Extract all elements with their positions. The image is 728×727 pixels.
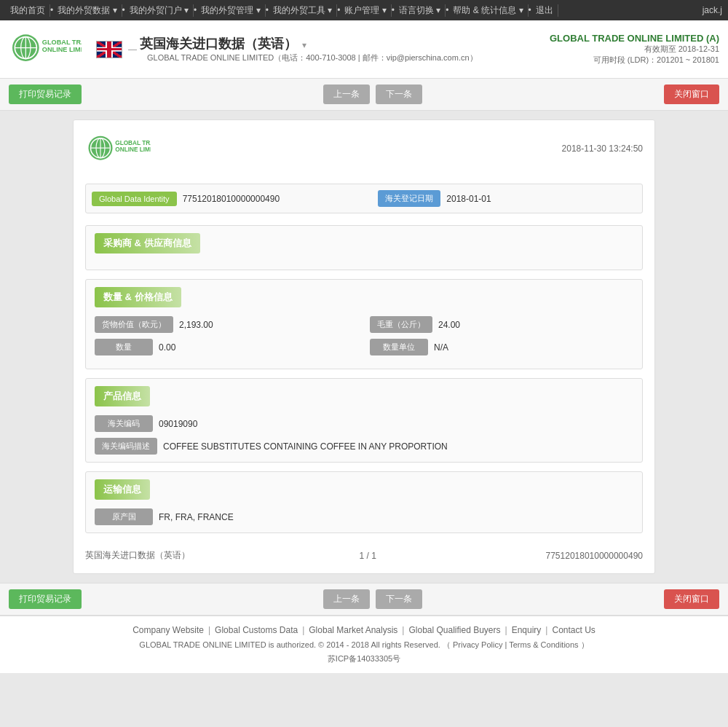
nav-foreign-manage-arrow: ▾ xyxy=(256,5,261,15)
company-logo: GLOBAL TRADE ONLINE LIMITED xyxy=(9,30,82,68)
gross-weight-col: 毛重（公斤） 24.00 xyxy=(370,316,633,333)
nav-home[interactable]: 我的首页 xyxy=(6,4,50,17)
quantity-label: 数量 xyxy=(95,339,153,355)
site-title-arrow[interactable]: ▾ xyxy=(302,40,306,50)
nav-language-arrow: ▾ xyxy=(436,5,440,15)
footer-links: Company Website | Global Customs Data | … xyxy=(9,625,719,635)
origin-value: FR, FRA, FRANCE xyxy=(159,512,633,522)
customs-desc-row: 海关编码描述 COFFEE SUBSTITUTES CONTAINING COF… xyxy=(95,438,633,455)
footer-enquiry-link[interactable]: Enquiry xyxy=(512,625,542,635)
footer-global-customs-link[interactable]: Global Customs Data xyxy=(215,625,298,635)
nav-account[interactable]: 账户管理 ▾ xyxy=(340,4,391,17)
quantity-price-section: 数量 & 价格信息 货物价值（欧元） 2,193.00 毛重（公斤） 24.00… xyxy=(85,279,643,369)
terms-conditions-link[interactable]: Terms & Conditions xyxy=(509,640,578,649)
quantity-unit-col: 数量单位 N/A xyxy=(370,339,633,355)
site-title-section: 英国海关进口数据（英语） ▾ GLOBAL TRADE ONLINE LIMIT… xyxy=(140,35,478,63)
footer-id: 77512018010000000490 xyxy=(546,551,643,561)
bottom-action-bar: 打印贸易记录 上一条 下一条 关闭窗口 xyxy=(0,583,728,616)
origin-row: 原产国 FR, FRA, FRANCE xyxy=(95,508,633,525)
footer-source: 英国海关进口数据（英语） xyxy=(85,549,190,562)
nav-foreign-manage[interactable]: 我的外贸管理 ▾ xyxy=(197,4,265,17)
nav-foreign-data[interactable]: 我的外贸数据 ▾ xyxy=(53,4,122,17)
footer-market-analysis-link[interactable]: Global Market Analysis xyxy=(309,625,397,635)
company-name: GLOBAL TRADE ONLINE LIMITED (A) xyxy=(550,33,719,44)
customs-date-label: 海关登记日期 xyxy=(378,190,440,207)
next-button-bottom[interactable]: 下一条 xyxy=(376,589,422,609)
goods-gross-row: 货物价值（欧元） 2,193.00 毛重（公斤） 24.00 xyxy=(95,316,633,333)
flag-section: — xyxy=(96,41,140,58)
header-contact: GLOBAL TRADE ONLINE LIMITED（电话：400-710-3… xyxy=(147,52,478,63)
svg-text:GLOBAL TRADE: GLOBAL TRADE xyxy=(42,39,82,46)
ldr-text: 可用时段 (LDR)：201201 ~ 201801 xyxy=(550,55,719,66)
nav-foreign-data-arrow: ▾ xyxy=(113,5,117,15)
svg-text:ONLINE LIMITED: ONLINE LIMITED xyxy=(115,146,151,153)
card-logo: GLOBAL TRADE ONLINE LIMITED xyxy=(85,132,151,165)
top-navigation: 我的首页 • 我的外贸数据 ▾ • 我的外贸门户 ▾ • 我的外贸管理 ▾ • … xyxy=(0,0,728,20)
header-bar: GLOBAL TRADE ONLINE LIMITED — 英国海关进口数据（英… xyxy=(0,20,728,79)
nav-help[interactable]: 帮助 & 统计信息 ▾ xyxy=(448,4,528,17)
prev-button[interactable]: 上一条 xyxy=(323,85,370,104)
quantity-col: 数量 0.00 xyxy=(95,339,358,355)
copyright-end: ） xyxy=(581,640,589,649)
global-data-identity-label: Global Data Identity xyxy=(92,192,177,206)
quantity-value: 0.00 xyxy=(159,342,358,353)
footer-sep-1: | xyxy=(208,625,210,635)
record-card: GLOBAL TRADE ONLINE LIMITED 2018-11-30 1… xyxy=(73,119,655,574)
uk-flag-icon xyxy=(96,41,122,58)
print-record-button-bottom[interactable]: 打印贸易记录 xyxy=(9,589,82,609)
quantity-unit-label: 数量单位 xyxy=(370,339,428,355)
close-button-bottom[interactable]: 关闭窗口 xyxy=(664,589,719,609)
buyer-supplier-header: 采购商 & 供应商信息 xyxy=(95,233,200,254)
nav-help-arrow: ▾ xyxy=(519,5,523,15)
quantity-price-header: 数量 & 价格信息 xyxy=(95,287,181,307)
copyright-text: GLOBAL TRADE ONLINE LIMITED is authorize… xyxy=(139,640,451,649)
bottom-nav-buttons: 上一条 下一条 xyxy=(323,589,422,609)
footer-qualified-buyers-link[interactable]: Global Qualified Buyers xyxy=(408,625,500,635)
prev-button-bottom[interactable]: 上一条 xyxy=(323,589,370,609)
print-record-button[interactable]: 打印贸易记录 xyxy=(9,85,82,104)
footer-sep-3: | xyxy=(402,625,404,635)
nav-foreign-client[interactable]: 我的外贸门户 ▾ xyxy=(125,4,194,17)
record-timestamp: 2018-11-30 13:24:50 xyxy=(562,144,643,154)
footer-company-website-link[interactable]: Company Website xyxy=(132,625,204,635)
validity-text: 有效期至 2018-12-31 xyxy=(550,44,719,55)
nav-logout[interactable]: 退出 xyxy=(531,4,558,17)
footer-sep-5: | xyxy=(545,625,547,635)
nav-foreign-tools-arrow: ▾ xyxy=(328,5,332,15)
footer-pagination: 1 / 1 xyxy=(360,551,376,561)
customs-code-value: 09019090 xyxy=(159,419,633,429)
gross-weight-label: 毛重（公斤） xyxy=(370,316,432,333)
header-separator: — xyxy=(128,44,137,55)
next-button[interactable]: 下一条 xyxy=(376,85,422,104)
nav-foreign-tools[interactable]: 我的外贸工具 ▾ xyxy=(269,4,337,17)
footer-contact-us-link[interactable]: Contact Us xyxy=(552,625,595,635)
close-button[interactable]: 关闭窗口 xyxy=(664,85,719,104)
icp-number: 苏ICP备14033305号 xyxy=(9,653,719,664)
customs-desc-value: COFFEE SUBSTITUTES CONTAINING COFFEE IN … xyxy=(163,441,633,452)
goods-value: 2,193.00 xyxy=(179,320,358,330)
card-header: GLOBAL TRADE ONLINE LIMITED 2018-11-30 1… xyxy=(85,132,643,172)
nav-foreign-client-arrow: ▾ xyxy=(184,5,189,15)
quantity-unit-value: N/A xyxy=(434,342,633,353)
product-header: 产品信息 xyxy=(95,386,150,406)
nav-language[interactable]: 语言切换 ▾ xyxy=(395,4,446,17)
goods-value-label: 货物价值（欧元） xyxy=(95,316,173,333)
customs-code-label: 海关编码 xyxy=(95,415,153,432)
record-footer: 英国海关进口数据（英语） 1 / 1 77512018010000000490 xyxy=(85,542,643,562)
header-right: GLOBAL TRADE ONLINE LIMITED (A) 有效期至 201… xyxy=(550,33,719,66)
logo-section: GLOBAL TRADE ONLINE LIMITED xyxy=(9,30,82,68)
customs-code-row: 海关编码 09019090 xyxy=(95,415,633,432)
user-info: jack.j xyxy=(703,5,722,15)
origin-label: 原产国 xyxy=(95,508,153,525)
customs-desc-label: 海关编码描述 xyxy=(95,438,157,455)
top-action-bar: 打印贸易记录 上一条 下一条 关闭窗口 xyxy=(0,79,728,111)
svg-text:GLOBAL TRADE: GLOBAL TRADE xyxy=(115,140,151,146)
identity-row: Global Data Identity 7751201801000000049… xyxy=(85,184,643,213)
buyer-supplier-section: 采购商 & 供应商信息 xyxy=(85,225,643,270)
site-title: 英国海关进口数据（英语） xyxy=(140,36,297,51)
goods-value-col: 货物价值（欧元） 2,193.00 xyxy=(95,316,358,333)
site-footer: Company Website | Global Customs Data | … xyxy=(0,616,728,673)
footer-sep-4: | xyxy=(505,625,507,635)
privacy-policy-link[interactable]: Privacy Policy xyxy=(453,640,502,649)
quantity-unit-row: 数量 0.00 数量单位 N/A xyxy=(95,339,633,355)
